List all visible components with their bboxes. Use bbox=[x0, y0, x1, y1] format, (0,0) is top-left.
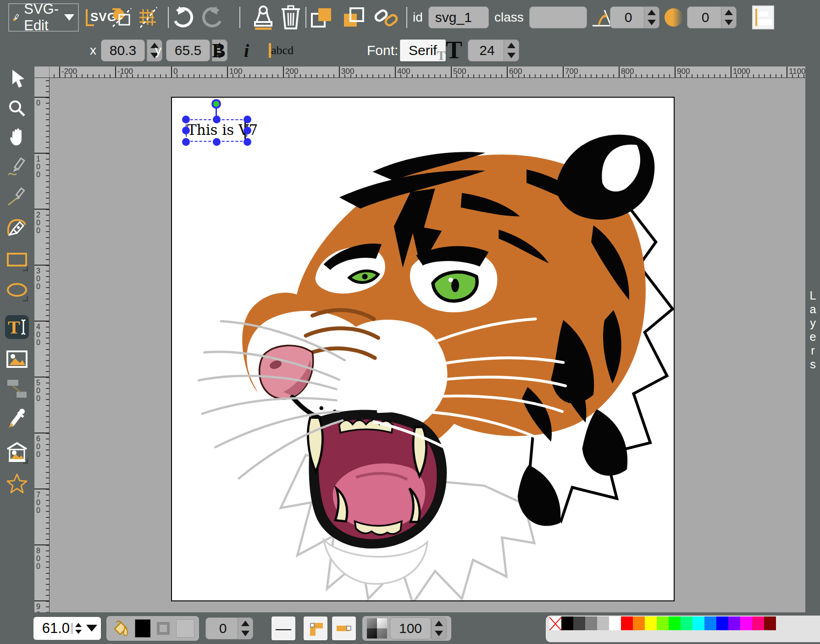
tool-path[interactable] bbox=[5, 216, 29, 239]
palette-swatch-ffff00[interactable] bbox=[645, 616, 657, 630]
spin-up-icon[interactable] bbox=[725, 10, 733, 15]
font-size-spinner[interactable] bbox=[504, 39, 519, 61]
tool-text[interactable]: T bbox=[5, 315, 29, 339]
zoom-dropdown-icon[interactable] bbox=[86, 625, 97, 632]
main-menu-button[interactable]: SVG-Edit bbox=[8, 3, 79, 32]
ruler-label: 600 bbox=[509, 67, 522, 76]
make-link-button[interactable] bbox=[372, 0, 400, 34]
undo-icon bbox=[171, 6, 194, 29]
y-input[interactable] bbox=[166, 39, 210, 61]
flyout-corner-icon bbox=[23, 459, 28, 464]
zoom-select[interactable]: 61.0 bbox=[33, 617, 101, 640]
text-tool-icon: T bbox=[6, 316, 28, 338]
angle-input[interactable] bbox=[610, 6, 647, 28]
spin-down-icon[interactable] bbox=[507, 53, 515, 58]
ruler-label: 9 0 0 bbox=[36, 603, 40, 612]
tool-star[interactable] bbox=[5, 472, 29, 496]
tool-line[interactable] bbox=[5, 185, 29, 209]
tool-image[interactable] bbox=[5, 347, 29, 371]
tool-rect[interactable] bbox=[5, 248, 29, 272]
palette-swatch-000000[interactable] bbox=[561, 616, 573, 630]
x-input[interactable] bbox=[101, 39, 145, 61]
blur-input[interactable] bbox=[687, 6, 724, 28]
stroke-dash-button[interactable]: — bbox=[271, 616, 295, 640]
palette-swatch-7fff00[interactable] bbox=[657, 616, 669, 630]
spin-down-icon[interactable] bbox=[241, 631, 249, 636]
spin-up-icon[interactable] bbox=[435, 621, 443, 626]
palette-swatch-ff007f[interactable] bbox=[752, 616, 764, 630]
align-dropdown-button[interactable] bbox=[752, 6, 774, 29]
svg-canvas[interactable]: This is V7 bbox=[171, 97, 675, 601]
spin-up-icon[interactable] bbox=[241, 621, 249, 626]
image-icon bbox=[6, 350, 28, 368]
tool-select[interactable] bbox=[5, 67, 29, 91]
tool-eyedropper[interactable] bbox=[5, 407, 29, 431]
palette-swatch-7f0000[interactable] bbox=[764, 616, 776, 630]
opacity-input[interactable] bbox=[390, 617, 431, 639]
workarea[interactable]: -200-10001002003004005006007008009001000… bbox=[34, 67, 805, 612]
tool-zoom[interactable] bbox=[5, 96, 29, 120]
stroke-linecap-button[interactable] bbox=[332, 616, 356, 640]
palette-swatch-ff0000[interactable] bbox=[621, 616, 633, 630]
move-to-bottom-button[interactable] bbox=[340, 0, 366, 34]
layers-panel-tab[interactable]: Layers bbox=[805, 67, 820, 644]
resize-handle-ne[interactable] bbox=[244, 116, 251, 123]
resize-handle-s[interactable] bbox=[213, 138, 221, 146]
spin-up-icon[interactable] bbox=[507, 43, 515, 48]
palette-swatch-none[interactable] bbox=[549, 616, 561, 630]
editor-preferences-button[interactable] bbox=[137, 0, 159, 34]
spin-down-icon[interactable] bbox=[75, 630, 82, 634]
zoom-spinner[interactable] bbox=[72, 623, 82, 634]
tool-ellipse[interactable] bbox=[5, 278, 29, 302]
opacity-spinner[interactable] bbox=[431, 617, 447, 639]
spin-down-icon[interactable] bbox=[725, 20, 733, 25]
resize-handle-w[interactable] bbox=[182, 127, 190, 134]
document-properties-button[interactable] bbox=[111, 0, 133, 34]
tool-pencil[interactable] bbox=[5, 156, 29, 180]
resize-handle-nw[interactable] bbox=[182, 116, 190, 123]
resize-handle-e[interactable] bbox=[244, 127, 251, 134]
stroke-linejoin-button[interactable] bbox=[304, 616, 327, 640]
palette-swatch-ff00ff[interactable] bbox=[740, 616, 752, 630]
spin-down-icon[interactable] bbox=[648, 20, 656, 25]
bold-button[interactable]: B bbox=[212, 39, 225, 62]
stroke-width-input[interactable] bbox=[205, 617, 240, 639]
clone-button[interactable] bbox=[251, 0, 275, 34]
spin-down-icon[interactable] bbox=[435, 631, 443, 636]
palette-swatch-7f7f7f[interactable] bbox=[585, 616, 597, 630]
palette-swatch-ffffff[interactable] bbox=[609, 616, 621, 630]
palette-swatch-00ff00[interactable] bbox=[669, 616, 681, 630]
text-anchor-start-button[interactable]: abcd bbox=[265, 34, 820, 67]
rotate-handle[interactable] bbox=[211, 99, 221, 109]
italic-button[interactable]: i bbox=[244, 40, 249, 61]
resize-handle-n[interactable] bbox=[213, 116, 221, 123]
tool-shape-library[interactable] bbox=[5, 441, 29, 465]
palette-swatch-3f3f3f[interactable] bbox=[573, 616, 585, 630]
spin-up-icon[interactable] bbox=[648, 10, 656, 15]
redo-button[interactable] bbox=[201, 0, 225, 34]
angle-spinner[interactable] bbox=[644, 6, 659, 28]
move-to-top-button[interactable] bbox=[308, 0, 334, 34]
palette-swatch-7f00ff[interactable] bbox=[728, 616, 740, 630]
palette-swatch-bfbfbf[interactable] bbox=[597, 616, 609, 630]
blur-spinner[interactable] bbox=[721, 6, 737, 28]
tool-pan[interactable] bbox=[5, 125, 29, 149]
ruler-major-tick bbox=[34, 153, 50, 154]
resize-handle-se[interactable] bbox=[244, 138, 251, 146]
spin-up-icon[interactable] bbox=[75, 623, 82, 627]
tool-connector[interactable] bbox=[5, 377, 29, 400]
palette-swatch-ff7f00[interactable] bbox=[633, 616, 645, 630]
stroke-width-spinner[interactable] bbox=[238, 617, 253, 639]
font-size-input[interactable] bbox=[468, 39, 506, 61]
class-input[interactable] bbox=[529, 6, 587, 28]
palette-swatch-007fff[interactable] bbox=[704, 616, 716, 630]
ruler-major-tick bbox=[619, 67, 620, 78]
undo-button[interactable] bbox=[171, 0, 194, 34]
palette-swatch-00ffff[interactable] bbox=[693, 616, 704, 630]
resize-handle-sw[interactable] bbox=[182, 138, 190, 146]
id-input[interactable] bbox=[428, 6, 489, 28]
palette-swatch-00ff7f[interactable] bbox=[681, 616, 693, 630]
palette-swatch-0000ff[interactable] bbox=[716, 616, 728, 630]
angle-indicator bbox=[591, 0, 613, 34]
stroke-color-swatch[interactable] bbox=[176, 619, 194, 638]
